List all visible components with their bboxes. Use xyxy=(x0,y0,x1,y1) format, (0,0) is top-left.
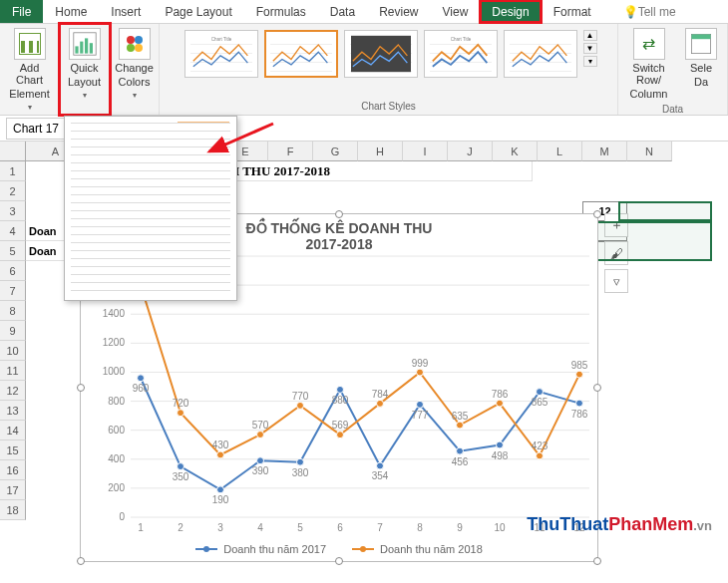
tell-me[interactable]: 💡 Tell me xyxy=(611,0,688,23)
svg-text:6: 6 xyxy=(337,522,343,533)
chart-styles-button[interactable]: 🖌 xyxy=(604,241,628,265)
styles-scroll-down[interactable]: ▼ xyxy=(583,43,597,54)
svg-point-84 xyxy=(417,369,424,376)
svg-point-68 xyxy=(576,400,583,407)
svg-point-56 xyxy=(337,386,344,393)
tab-design[interactable]: Design xyxy=(480,0,541,23)
select-all-corner[interactable] xyxy=(0,142,26,161)
row-header[interactable]: 10 xyxy=(0,341,26,361)
svg-text:10: 10 xyxy=(494,522,506,533)
column-header[interactable]: G xyxy=(313,142,358,161)
legend-item-2018[interactable]: Doanh thu năm 2018 xyxy=(352,543,483,555)
chart-style-1[interactable]: Chart Title xyxy=(184,30,258,78)
select-data-label1: Sele xyxy=(690,62,712,74)
row-header[interactable]: 3 xyxy=(0,201,26,221)
column-header[interactable]: I xyxy=(403,142,448,161)
svg-text:350: 350 xyxy=(173,471,189,482)
row-header[interactable]: 9 xyxy=(0,321,26,341)
svg-text:1200: 1200 xyxy=(103,337,126,348)
tab-view[interactable]: View xyxy=(431,0,481,23)
svg-point-6 xyxy=(135,36,143,44)
legend-item-2017[interactable]: Doanh thu năm 2017 xyxy=(195,543,326,555)
chart-style-3[interactable] xyxy=(344,30,418,78)
switch-row-column-button[interactable]: Switch Row/ Column xyxy=(622,26,675,102)
switch-label2: Column xyxy=(630,88,668,100)
chart-resize-handle[interactable] xyxy=(335,210,343,218)
svg-point-78 xyxy=(297,402,304,409)
watermark-part2: PhanMem xyxy=(608,514,693,534)
tab-file[interactable]: File xyxy=(0,0,43,23)
chart-resize-handle[interactable] xyxy=(77,384,85,392)
tab-pagelayout[interactable]: Page Layout xyxy=(153,0,243,23)
svg-text:720: 720 xyxy=(173,398,189,409)
tab-formulas[interactable]: Formulas xyxy=(244,0,318,23)
chart-style-4[interactable]: Chart Title xyxy=(424,30,498,78)
chart-styles-gallery[interactable]: Chart Title Chart Title ▲ ▼ ▾ xyxy=(181,26,597,99)
change-colors-label1: Change xyxy=(115,62,154,74)
column-header[interactable]: L xyxy=(538,142,582,161)
row-header[interactable]: 11 xyxy=(0,361,26,381)
row-header[interactable]: 12 xyxy=(0,381,26,401)
tab-home[interactable]: Home xyxy=(43,0,99,23)
chart-style-5[interactable] xyxy=(504,30,577,78)
tab-insert[interactable]: Insert xyxy=(99,0,153,23)
chart-resize-handle[interactable] xyxy=(593,557,601,565)
svg-rect-13 xyxy=(691,34,710,39)
chart-resize-handle[interactable] xyxy=(77,557,85,565)
watermark-part1: ThuThuat xyxy=(527,514,608,534)
add-chart-element-label2: Element xyxy=(9,88,49,100)
row-header[interactable]: 2 xyxy=(0,181,26,201)
row-header[interactable]: 7 xyxy=(0,281,26,301)
svg-point-58 xyxy=(377,462,384,469)
row-header[interactable]: 8 xyxy=(0,301,26,321)
svg-text:770: 770 xyxy=(292,391,309,402)
svg-text:786: 786 xyxy=(571,409,588,420)
svg-point-80 xyxy=(337,432,344,438)
tab-format[interactable]: Format xyxy=(542,0,603,23)
annotation-arrow xyxy=(199,120,279,159)
svg-text:5: 5 xyxy=(297,522,303,533)
add-chart-element-button[interactable]: Add Chart Element ▾ xyxy=(3,26,55,115)
chart-filters-button[interactable]: ▿ xyxy=(604,269,628,293)
chart-resize-handle[interactable] xyxy=(593,384,601,392)
column-header[interactable]: J xyxy=(448,142,493,161)
svg-text:1400: 1400 xyxy=(103,308,126,319)
tab-review[interactable]: Review xyxy=(367,0,430,23)
row-header[interactable]: 13 xyxy=(0,401,26,421)
row-header[interactable]: 15 xyxy=(0,440,26,460)
column-header[interactable]: K xyxy=(493,142,538,161)
chart-style-2[interactable] xyxy=(264,30,338,78)
row-header[interactable]: 4 xyxy=(0,221,26,241)
row-header[interactable]: 17 xyxy=(0,480,26,500)
watermark-part3: .vn xyxy=(693,518,712,533)
column-header[interactable]: H xyxy=(358,142,403,161)
row-header[interactable]: 16 xyxy=(0,460,26,480)
styles-scroll-up[interactable]: ▲ xyxy=(583,30,597,41)
styles-more[interactable]: ▾ xyxy=(583,56,597,67)
quick-layout-button[interactable]: Quick Layout ▾ xyxy=(62,26,107,103)
selection-range-row3 xyxy=(618,201,712,221)
column-header[interactable]: N xyxy=(627,142,672,161)
chart-resize-handle[interactable] xyxy=(593,210,601,218)
row-header[interactable]: 6 xyxy=(0,261,26,281)
row-header[interactable]: 5 xyxy=(0,241,26,261)
svg-point-90 xyxy=(537,452,544,459)
chart-elements-button[interactable]: ＋ xyxy=(604,213,628,237)
column-header[interactable]: M xyxy=(582,142,627,161)
svg-point-64 xyxy=(497,441,504,448)
quick-layout-label2: Layout xyxy=(68,76,101,88)
tab-data[interactable]: Data xyxy=(318,0,367,23)
chart-legend[interactable]: Doanh thu năm 2017 Doanh thu năm 2018 xyxy=(81,543,597,555)
svg-point-76 xyxy=(257,432,264,438)
svg-text:985: 985 xyxy=(571,360,588,371)
svg-point-72 xyxy=(178,410,184,417)
dropdown-arrow-icon: ▾ xyxy=(83,91,87,100)
select-data-button[interactable]: Sele Da xyxy=(679,26,723,90)
row-header[interactable]: 18 xyxy=(0,500,26,520)
quick-layout-option[interactable] xyxy=(179,254,228,294)
change-colors-button[interactable]: Change Colors ▾ xyxy=(109,26,160,103)
chart-resize-handle[interactable] xyxy=(335,557,343,565)
row-header[interactable]: 14 xyxy=(0,421,26,440)
row-header[interactable]: 1 xyxy=(0,161,26,181)
svg-text:800: 800 xyxy=(108,396,125,407)
